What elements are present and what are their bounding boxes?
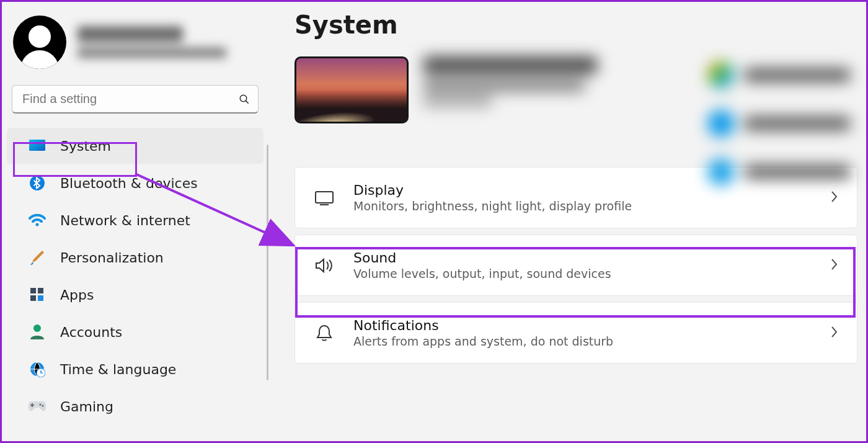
page-title: System [294,11,857,39]
card-title: Notifications [353,318,811,333]
sidebar-item-label: Accounts [60,324,122,340]
search-input[interactable] [12,85,259,114]
card-sound[interactable]: Sound Volume levels, output, input, soun… [294,235,857,296]
search-container [12,85,259,114]
search-icon [239,94,250,105]
card-desc: Alerts from apps and system, do not dist… [353,334,811,348]
sidebar-item-network[interactable]: Network & internet [7,202,264,238]
nav-list: System Bluetooth & devices Network & int… [2,127,268,425]
card-desc: Monitors, brightness, night light, displ… [353,199,811,213]
clock-globe-icon [28,360,46,378]
svg-rect-8 [30,295,36,301]
bluetooth-icon [28,174,46,192]
svg-point-0 [240,95,247,102]
chevron-right-icon [830,325,838,341]
gamepad-icon [28,397,46,416]
sidebar-item-bluetooth[interactable]: Bluetooth & devices [7,165,264,201]
device-meta-redacted [423,56,597,106]
settings-cards: Display Monitors, brightness, night ligh… [294,167,857,364]
sidebar: System Bluetooth & devices Network & int… [2,2,268,441]
svg-point-5 [36,223,39,226]
svg-rect-3 [29,140,45,151]
sidebar-item-label: Bluetooth & devices [60,176,198,191]
svg-rect-9 [38,295,43,301]
svg-point-10 [33,324,41,332]
svg-rect-15 [316,192,333,203]
card-notifications[interactable]: Notifications Alerts from apps and syste… [294,302,857,364]
paintbrush-icon [28,248,46,267]
sidebar-item-apps[interactable]: Apps [7,277,264,313]
sidebar-item-time[interactable]: Time & language [7,351,264,387]
wifi-icon [28,211,46,230]
chevron-right-icon [830,257,838,274]
sidebar-item-accounts[interactable]: Accounts [7,314,264,350]
sidebar-item-gaming[interactable]: Gaming [7,388,264,424]
sidebar-item-label: Personalization [60,250,164,266]
sidebar-item-personalization[interactable]: Personalization [7,239,264,275]
profile-meta-redacted [78,26,257,58]
sidebar-item-label: Gaming [60,399,113,414]
apps-icon [28,285,46,304]
bell-icon [314,324,335,342]
display-icon [314,190,335,206]
cloud-links-redacted [707,61,850,186]
sidebar-item-label: Time & language [60,362,176,377]
sidebar-item-label: System [60,138,111,154]
profile-block[interactable] [2,2,268,80]
svg-rect-6 [30,288,36,293]
svg-point-14 [42,405,43,406]
sidebar-item-label: Network & internet [60,213,190,228]
system-icon [28,136,46,155]
person-icon [28,323,46,341]
sidebar-item-system[interactable]: System [7,128,264,164]
card-desc: Volume levels, output, input, sound devi… [353,267,811,280]
device-thumbnail[interactable] [294,56,409,123]
svg-rect-7 [38,288,43,293]
svg-point-13 [39,403,41,405]
svg-line-1 [246,101,249,104]
main-content: System Display Monitors, brightness, nig [268,2,866,441]
settings-window: System Bluetooth & devices Network & int… [0,0,868,443]
avatar [13,16,66,69]
sound-icon [314,257,335,274]
chevron-right-icon [830,190,838,206]
card-title: Sound [353,250,811,266]
sidebar-item-label: Apps [60,287,94,303]
